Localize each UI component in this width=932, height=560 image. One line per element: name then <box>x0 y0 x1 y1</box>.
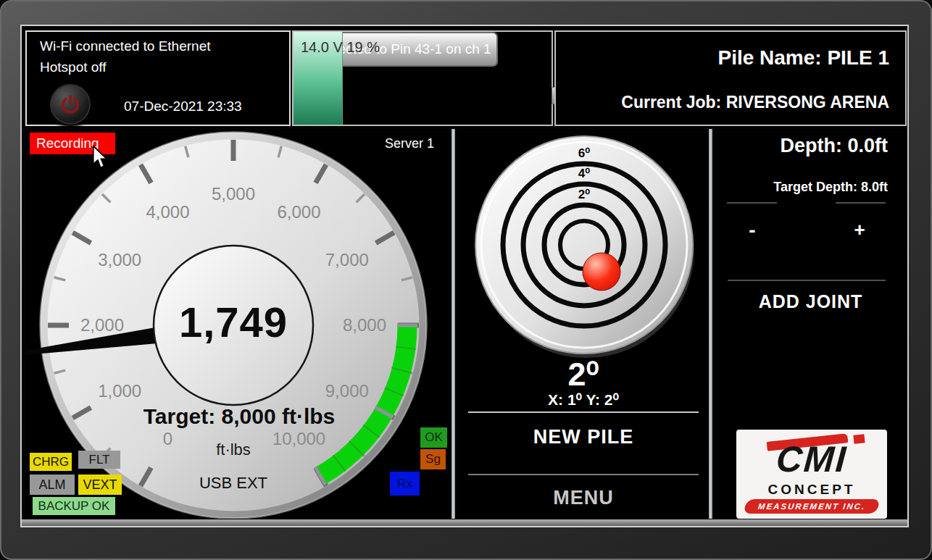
panel-divider <box>709 129 712 519</box>
target-depth-label: Target Depth: 8.0ft <box>773 180 888 195</box>
pin-connection-panel: Connected to Pin 43-1 on ch 1 Pin 14.0 V… <box>292 30 553 126</box>
datetime-display: 07-Dec-2021 23:33 <box>124 99 242 114</box>
status-badge-rx: Rx <box>390 472 420 496</box>
screen: Wi-Fi connected to Ethernet Hotspot off … <box>22 26 907 526</box>
tilt-bullseye-indicator: 6⁰4⁰2⁰ <box>458 129 709 368</box>
wifi-status-line1: Wi-Fi connected to Ethernet <box>40 38 211 54</box>
divider <box>468 411 699 413</box>
pile-name: Pile Name: PILE 1 <box>717 46 889 70</box>
svg-text:4⁰: 4⁰ <box>578 167 590 180</box>
pile-job-panel: Pile Name: PILE 1 Current Job: RIVERSONG… <box>554 30 907 126</box>
status-badge-chrg: CHRG <box>30 453 72 471</box>
mouse-cursor-icon <box>91 145 109 170</box>
depth-reading: Depth: 0.0ft <box>781 135 889 157</box>
logo-wordmark: CMI <box>736 438 887 480</box>
power-icon <box>58 92 83 117</box>
svg-text:6⁰: 6⁰ <box>578 146 590 160</box>
tilt-panel: 6⁰4⁰2⁰ 2⁰ X: 1⁰ Y: 2⁰ NEW PILE MENU <box>458 129 709 519</box>
usb-ext-label: USB EXT <box>125 474 342 493</box>
status-badge-ok: OK <box>420 427 447 448</box>
svg-text:5,000: 5,000 <box>212 184 255 204</box>
target-depth-decrease-button[interactable]: - <box>731 219 774 242</box>
svg-text:2⁰: 2⁰ <box>578 188 590 201</box>
depth-panel: Depth: 0.0ft Target Depth: 8.0ft - + ADD… <box>715 129 907 519</box>
tilt-angle-reading: 2⁰ <box>458 355 709 393</box>
gauge-units-label: ft·lbs <box>125 440 342 459</box>
target-depth-increase-button[interactable]: + <box>838 219 881 241</box>
panel-divider <box>452 129 455 519</box>
status-badge-sg: Sg <box>420 449 446 469</box>
device-bezel: Wi-Fi connected to Ethernet Hotspot off … <box>0 0 932 560</box>
logo-banner: MEASUREMENT INC. <box>743 499 881 514</box>
logo-concept-text: CONCEPT <box>736 482 887 498</box>
svg-text:9,000: 9,000 <box>325 381 369 401</box>
status-badge-vext: VEXT <box>78 475 122 495</box>
power-button[interactable] <box>49 83 92 126</box>
add-joint-button[interactable]: ADD JOINT <box>715 291 907 312</box>
svg-text:2,000: 2,000 <box>80 315 124 335</box>
torque-gauge-panel: 01,0002,0003,0004,0005,0006,0007,0008,00… <box>25 129 452 519</box>
divider <box>836 202 886 204</box>
menu-button[interactable]: MENU <box>458 487 709 509</box>
cmi-logo: CMI CONCEPT MEASUREMENT INC. <box>736 430 887 519</box>
svg-text:1,000: 1,000 <box>98 381 141 401</box>
gauge-value: 1,749 <box>125 298 342 346</box>
logo-measurement-text: MEASUREMENT INC. <box>757 499 866 514</box>
status-badge-flt: FLT <box>78 451 120 469</box>
svg-text:6,000: 6,000 <box>277 202 320 222</box>
wifi-status-panel: Wi-Fi connected to Ethernet Hotspot off … <box>25 30 291 126</box>
bezel-bottom-highlight <box>22 519 907 526</box>
divider <box>728 280 886 281</box>
gauge-target-label: Target: 8,000 ft·lbs <box>94 404 384 429</box>
divider <box>468 474 699 475</box>
tilt-xy-reading: X: 1⁰ Y: 2⁰ <box>458 391 709 409</box>
hotspot-status-line: Hotspot off <box>40 59 107 75</box>
svg-text:7,000: 7,000 <box>325 250 369 269</box>
new-pile-button[interactable]: NEW PILE <box>458 426 709 448</box>
battery-reading: 14.0 V 19 % <box>301 39 380 56</box>
status-badge-alm: ALM <box>30 475 75 495</box>
svg-text:3,000: 3,000 <box>98 250 141 269</box>
svg-text:8,000: 8,000 <box>343 315 386 335</box>
server-label: Server 1 <box>385 136 434 151</box>
divider <box>727 202 777 204</box>
svg-text:4,000: 4,000 <box>146 202 189 222</box>
current-job: Current Job: RIVERSONG ARENA <box>621 93 889 112</box>
status-badge-backup-ok: BACKUP OK <box>33 497 115 515</box>
